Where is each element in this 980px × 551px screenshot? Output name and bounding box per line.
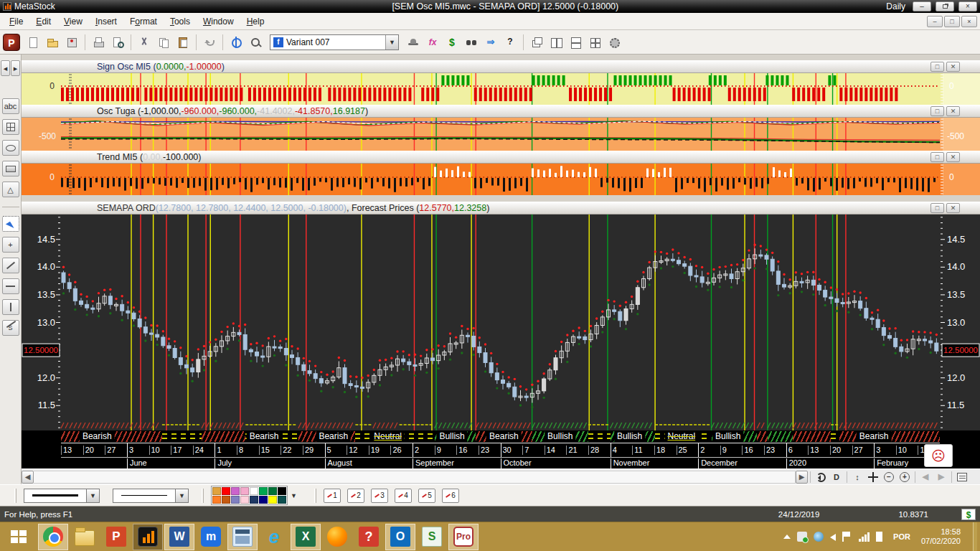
panel-title-semapa-ord[interactable]: SEMAPA ORD (12.7800, 12.7800, 12.4400, 1… — [22, 202, 980, 215]
paste-button[interactable] — [174, 33, 192, 52]
hat-button[interactable] — [404, 33, 423, 52]
taskbar-app-metastock[interactable] — [133, 524, 163, 550]
tile-vertical-button[interactable] — [547, 33, 565, 52]
panel-restore-button[interactable]: □ — [930, 106, 944, 116]
panel-title-sign-osc-mi5[interactable]: Sign Osc MI5 (0.0000, -1.00000 )□✕ — [22, 60, 980, 73]
new-button[interactable] — [24, 33, 42, 52]
taskbar-app-calculator[interactable] — [227, 524, 258, 550]
show-desktop-button[interactable] — [973, 522, 977, 551]
palette-color-swatch[interactable] — [240, 487, 249, 495]
chart-list-button[interactable] — [954, 471, 970, 484]
taskbar-clock[interactable]: 18:5807/02/2020 — [921, 527, 966, 546]
taskbar-app-pro[interactable]: Pro — [448, 524, 479, 550]
taskbar-app-word[interactable]: W — [164, 524, 194, 550]
menu-edit[interactable]: Edit — [29, 14, 57, 29]
language-indicator[interactable]: POR — [889, 532, 915, 541]
semilog-tool[interactable]: S — [2, 320, 19, 336]
line-weight-dropdown[interactable]: ▼ — [24, 489, 100, 503]
panel-title-trend-mi5[interactable]: Trend MI5 (0.00, -100.000 )□✕ — [22, 151, 980, 164]
child-minimize-button[interactable]: – — [927, 16, 943, 27]
fx-button[interactable]: fx — [423, 33, 442, 52]
palette-color-swatch[interactable] — [278, 487, 286, 495]
copy-button[interactable] — [154, 33, 173, 52]
indicator-button-3[interactable]: 3 — [371, 489, 388, 503]
panel-title-osc-tuga[interactable]: Osc Tuga (-1,000.00, -960.000, -960.000,… — [22, 105, 980, 118]
taskbar-app-chrome[interactable] — [38, 524, 68, 550]
taskbar-app-excel[interactable]: X — [291, 524, 321, 550]
toolbar-grip[interactable] — [14, 489, 17, 503]
battery-icon[interactable] — [876, 532, 882, 542]
panel-restore-button[interactable]: □ — [930, 203, 944, 213]
panel-close-button[interactable]: ✕ — [946, 106, 960, 116]
sign-osc-plot[interactable]: 00 — [22, 73, 980, 105]
signal-icon[interactable] — [859, 532, 870, 542]
ellipse-tool[interactable] — [2, 140, 19, 156]
indicator-button-5[interactable]: 5 — [418, 489, 435, 503]
osc-tuga-plot[interactable]: -500-500 — [22, 118, 980, 151]
taskbar-app-help[interactable]: ? — [354, 524, 384, 550]
palette-color-swatch[interactable] — [231, 496, 240, 504]
scrollbar-track[interactable] — [34, 471, 796, 484]
palette-color-swatch[interactable] — [278, 496, 286, 504]
indicator-button-1[interactable]: 1 — [324, 489, 341, 503]
taskbar-app-outlook[interactable]: O — [385, 524, 415, 550]
indicator-button-2[interactable]: 2 — [347, 489, 364, 503]
scroll-right-button[interactable]: ▶ — [796, 471, 808, 484]
palette-color-swatch[interactable] — [268, 496, 277, 504]
previous-chart-button[interactable]: ◀ — [918, 471, 933, 484]
tile-horizontal-button[interactable] — [566, 33, 585, 52]
usb-icon[interactable] — [797, 532, 807, 542]
vertical-scale-button[interactable]: ↕ — [849, 471, 865, 484]
palette-dropdown-arrow[interactable]: ▼ — [291, 492, 297, 499]
triangle-tool[interactable]: △ — [2, 182, 19, 197]
scroll-left-button[interactable]: ◀ — [22, 471, 34, 484]
zoombox-button[interactable] — [246, 33, 265, 52]
pan-left-button[interactable]: ◂ — [1, 60, 10, 76]
combobox-dropdown-arrow[interactable]: ▼ — [385, 35, 398, 50]
daily-period-button[interactable]: D — [829, 471, 844, 484]
zoom-in-button[interactable]: + — [897, 471, 913, 484]
tile-grid-button[interactable] — [585, 33, 604, 52]
menu-tools[interactable]: Tools — [164, 14, 197, 29]
text-tool[interactable]: abc — [2, 98, 19, 114]
palette-color-swatch[interactable] — [268, 487, 277, 495]
grid-tool[interactable] — [2, 119, 19, 135]
taskbar-app-firefox[interactable] — [322, 524, 352, 550]
toolbar-grip[interactable] — [202, 489, 204, 503]
go-arrow-button[interactable]: ⇒ — [481, 33, 500, 52]
child-close-button[interactable]: × — [961, 16, 977, 27]
target-button[interactable] — [227, 33, 245, 52]
palette-color-swatch[interactable] — [250, 487, 258, 495]
palette-color-swatch[interactable] — [222, 496, 230, 504]
save-button[interactable] — [62, 33, 81, 52]
pan-button[interactable] — [865, 471, 881, 484]
indicator-button-6[interactable]: 6 — [442, 489, 459, 503]
tray-expand-icon[interactable] — [783, 534, 791, 539]
palette-color-swatch[interactable] — [259, 496, 268, 504]
crosshair-tool[interactable]: + — [2, 237, 19, 253]
menu-help[interactable]: Help — [240, 14, 271, 29]
trendline-tool[interactable] — [2, 258, 19, 273]
menu-file[interactable]: File — [3, 14, 29, 29]
next-chart-button[interactable]: ▶ — [933, 471, 949, 484]
action-center-icon[interactable] — [842, 532, 852, 542]
line-style-dropdown[interactable]: ▼ — [113, 489, 189, 503]
close-button[interactable]: × — [958, 1, 977, 11]
taskbar-app-ie[interactable]: e — [259, 524, 289, 550]
network-icon[interactable] — [814, 532, 824, 542]
speaker-icon[interactable] — [830, 534, 836, 541]
panel-close-button[interactable]: ✕ — [946, 203, 960, 213]
cut-button[interactable] — [135, 33, 154, 52]
rectangle-tool[interactable] — [2, 161, 19, 176]
color-palette[interactable] — [211, 486, 288, 505]
cascade-button[interactable] — [527, 33, 546, 52]
palette-color-swatch[interactable] — [240, 496, 249, 504]
customize-button[interactable] — [605, 33, 623, 52]
taskbar-app-maxthon[interactable]: m — [196, 524, 226, 550]
panel-close-button[interactable]: ✕ — [946, 62, 960, 72]
pointer-tool[interactable] — [2, 216, 19, 232]
palette-color-swatch[interactable] — [231, 487, 240, 495]
pan-right-button[interactable]: ▸ — [11, 60, 20, 76]
indicator-button-4[interactable]: 4 — [395, 489, 412, 503]
start-button[interactable] — [0, 522, 37, 551]
